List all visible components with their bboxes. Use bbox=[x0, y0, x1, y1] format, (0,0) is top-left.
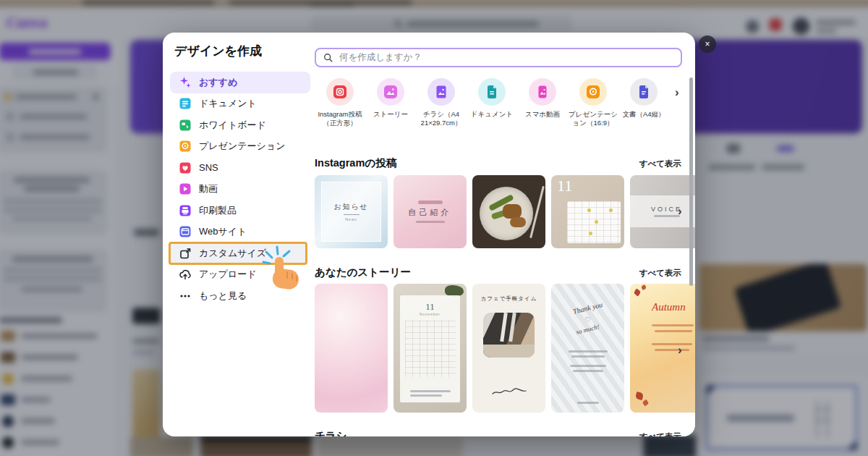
thumbnail-text: 自己紹介 bbox=[409, 207, 452, 218]
template-type-row: Instagram投稿（正方形） ストーリー チラシ（A4 21×29.7cm）… bbox=[315, 78, 671, 127]
signature-squiggle bbox=[491, 388, 527, 397]
template-thumbnail-thankyou[interactable]: Thank you ♡ so much! bbox=[551, 284, 624, 413]
menu-item-label: SNS bbox=[199, 162, 218, 173]
menu-item-label: ホワイトボード bbox=[199, 119, 266, 132]
leaf-decoration bbox=[642, 400, 650, 407]
menu-item-label: ドキュメント bbox=[199, 97, 257, 110]
template-type-label: ストーリー bbox=[365, 110, 417, 119]
video-play-icon bbox=[179, 182, 192, 195]
browser-icon bbox=[179, 225, 192, 238]
template-type-label: チラシ（A4 21×29.7cm） bbox=[415, 110, 467, 127]
blurred-text bbox=[416, 221, 445, 223]
modal-close-button[interactable]: × bbox=[699, 35, 716, 53]
menu-item-video[interactable]: 動画 bbox=[170, 179, 310, 200]
a4-doc-icon bbox=[637, 85, 651, 99]
menu-item-label: プレゼンテーション bbox=[199, 140, 285, 153]
blurred-text bbox=[570, 365, 606, 367]
thumbnail-text: カフェで手帳タイム bbox=[472, 295, 545, 303]
template-type-story[interactable]: ストーリー bbox=[365, 78, 416, 127]
template-thumbnail[interactable]: 自己紹介 bbox=[393, 175, 467, 248]
thumbnail-text: 11 bbox=[557, 177, 572, 195]
section-header-story: あなたのストーリー すべて表示 bbox=[315, 266, 681, 279]
row-next-chevron[interactable]: › bbox=[678, 344, 682, 356]
section-header-instagram: Instagramの投稿 すべて表示 bbox=[315, 156, 681, 170]
template-type-document[interactable]: ドキュメント bbox=[467, 78, 517, 127]
template-type-label: スマホ動画 bbox=[516, 110, 569, 119]
template-type-a4-doc[interactable]: 文書（A4縦） bbox=[618, 78, 669, 127]
section-title: あなたのストーリー bbox=[315, 266, 411, 279]
modal-search-input[interactable]: 何を作成しますか？ bbox=[315, 48, 682, 67]
blurred-text bbox=[571, 355, 605, 358]
blurred-text bbox=[573, 370, 603, 372]
modal-scrollbar[interactable] bbox=[689, 77, 693, 286]
template-type-flyer[interactable]: チラシ（A4 21×29.7cm） bbox=[416, 78, 467, 127]
menu-item-documents[interactable]: ドキュメント bbox=[170, 93, 310, 115]
show-all-link[interactable]: すべて表示 bbox=[639, 431, 681, 436]
show-all-link[interactable]: すべて表示 bbox=[639, 159, 681, 169]
close-icon: × bbox=[705, 39, 710, 49]
template-thumbnail-cafe[interactable]: カフェで手帳タイム bbox=[472, 284, 545, 413]
blurred-text bbox=[410, 394, 442, 397]
thumbnail-subtext: November bbox=[400, 313, 460, 316]
story-image-icon bbox=[383, 85, 398, 99]
modal-title: デザインを作成 bbox=[174, 43, 262, 59]
menu-item-whiteboard[interactable]: ホワイトボード bbox=[170, 114, 310, 136]
thumbnail-text: お知らせ bbox=[333, 202, 369, 212]
blurred-script bbox=[418, 200, 443, 204]
blurred-text bbox=[569, 350, 608, 352]
menu-item-print[interactable]: 印刷製品 bbox=[170, 200, 310, 221]
presentation-icon bbox=[179, 140, 192, 153]
template-type-mobile-video[interactable]: スマホ動画 bbox=[517, 78, 568, 127]
blurred-text bbox=[655, 330, 692, 332]
template-thumbnail-watercolor[interactable] bbox=[315, 284, 388, 413]
menu-item-label: アップロード bbox=[199, 268, 257, 281]
template-thumbnail[interactable]: お知らせ News bbox=[315, 175, 388, 248]
mobile-video-icon bbox=[535, 85, 550, 99]
menu-item-label: カスタムサイズ bbox=[199, 247, 266, 260]
template-thumbnail-autumn[interactable]: Autumn bbox=[630, 284, 695, 413]
thumbnail-subtext: News bbox=[345, 217, 357, 221]
instagram-icon bbox=[333, 85, 347, 99]
thumbnail-text: Autumn bbox=[652, 301, 686, 313]
section-title: チラシ bbox=[315, 429, 347, 436]
presentation-icon bbox=[586, 85, 600, 99]
more-dots-icon bbox=[179, 290, 192, 303]
menu-item-sns[interactable]: SNS bbox=[170, 157, 310, 179]
types-next-chevron[interactable]: › bbox=[675, 86, 679, 98]
whiteboard-icon bbox=[179, 119, 192, 132]
blurred-text bbox=[655, 349, 689, 351]
blurred-text bbox=[410, 390, 451, 392]
menu-item-website[interactable]: Webサイト bbox=[170, 221, 310, 243]
menu-item-presentation[interactable]: プレゼンテーション bbox=[170, 136, 310, 158]
show-all-link[interactable]: すべて表示 bbox=[639, 268, 681, 279]
blurred-text bbox=[652, 324, 694, 326]
blurred-logo bbox=[577, 402, 599, 404]
menu-item-label: おすすめ bbox=[199, 76, 237, 89]
section-header-flyer: チラシ すべて表示 bbox=[315, 429, 681, 436]
menu-item-custom-size[interactable]: カスタムサイズ bbox=[169, 242, 307, 265]
docs-icon bbox=[179, 97, 192, 110]
blurred-text bbox=[652, 343, 692, 345]
template-type-instagram-post[interactable]: Instagram投稿（正方形） bbox=[315, 78, 365, 127]
template-type-presentation[interactable]: プレゼンテーション（16:9） bbox=[568, 78, 618, 127]
sparkle-icon bbox=[179, 76, 192, 89]
flyer-icon bbox=[434, 85, 448, 99]
section-title: Instagramの投稿 bbox=[315, 156, 396, 170]
template-thumbnail-calendar[interactable]: 11 November bbox=[393, 284, 467, 413]
row-next-chevron[interactable]: › bbox=[678, 205, 682, 217]
leaf-decoration bbox=[641, 284, 647, 290]
menu-item-recommended[interactable]: おすすめ bbox=[170, 72, 310, 93]
template-thumbnail-food-photo[interactable] bbox=[472, 175, 545, 248]
template-type-label: 文書（A4縦） bbox=[618, 110, 670, 119]
menu-item-more[interactable]: もっと見る bbox=[170, 285, 310, 307]
menu-item-upload[interactable]: アップロード bbox=[170, 264, 310, 286]
upload-cloud-icon bbox=[179, 268, 192, 281]
template-thumbnail-calendar[interactable]: 11 bbox=[551, 175, 624, 248]
modal-menu: おすすめ ドキュメント ホワイトボード プレゼンテーション SNS 動画 印刷製… bbox=[170, 72, 310, 307]
template-thumbnail-voice[interactable]: VOICE bbox=[630, 175, 695, 248]
create-design-modal: デザインを作成 おすすめ ドキュメント ホワイトボード プレゼンテーション SN… bbox=[163, 33, 695, 436]
leaf-decoration bbox=[635, 392, 644, 400]
menu-item-label: Webサイト bbox=[199, 225, 247, 238]
leaf-decoration bbox=[633, 288, 641, 296]
sns-heart-icon bbox=[179, 161, 192, 174]
